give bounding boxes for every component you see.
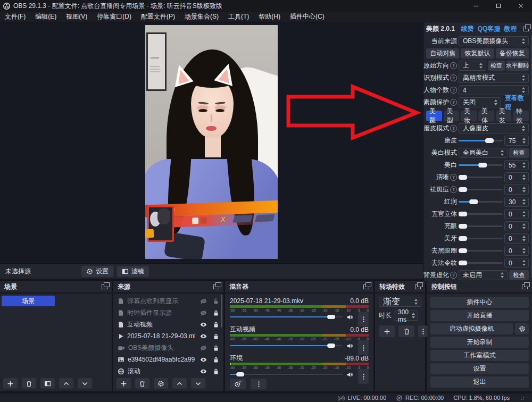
beauty-tab-1[interactable]: 美型 <box>444 111 460 121</box>
orientation-select[interactable]: 上 <box>459 61 486 71</box>
help-icon[interactable]: ? <box>450 74 457 81</box>
source-list-item[interactable]: 互动视频 <box>113 319 223 330</box>
transition-menu-button[interactable] <box>418 325 428 337</box>
add-source-button[interactable] <box>117 378 131 389</box>
resize-grip-icon[interactable] <box>519 395 525 400</box>
speaker-icon[interactable] <box>346 314 354 321</box>
volume-slider[interactable] <box>230 370 343 379</box>
control-button-1[interactable]: 开始直播 <box>430 310 529 321</box>
beauty-value-stepper[interactable]: 0 <box>504 258 529 268</box>
beauty-slider-8[interactable] <box>459 221 503 231</box>
move-scene-down-button[interactable] <box>78 378 92 389</box>
beauty-slider-9[interactable] <box>459 233 503 244</box>
slider-handle[interactable] <box>459 224 467 229</box>
sources-scrollbar[interactable] <box>221 295 222 328</box>
popout-icon[interactable] <box>102 284 107 289</box>
beauty-value-stepper[interactable]: 30 <box>504 197 529 207</box>
transition-duration-stepper[interactable]: 300 ms <box>394 311 418 321</box>
preview-canvas[interactable]: 0 X <box>0 22 423 263</box>
beauty-tab-5[interactable]: 特效 <box>513 111 529 121</box>
source-list-item[interactable]: OBS美颜摄像头 <box>113 342 223 354</box>
recognition-mode-select[interactable]: 高精度模式 <box>459 73 529 83</box>
control-button-4[interactable]: 工作室模式 <box>430 350 529 361</box>
beauty-slider-7[interactable] <box>459 209 503 219</box>
help-icon[interactable]: ? <box>450 272 457 279</box>
add-transition-button[interactable] <box>379 325 395 337</box>
slider-handle[interactable] <box>236 372 244 376</box>
beauty-slider-1[interactable] <box>459 136 503 146</box>
beauty-slider-3[interactable] <box>459 160 503 170</box>
control-button-3[interactable]: 开始录制 <box>430 337 529 348</box>
menu-item-2[interactable]: 视图(V) <box>61 12 92 21</box>
menu-item-6[interactable]: 工具(T) <box>223 12 254 21</box>
slider-handle[interactable] <box>459 261 467 265</box>
visibility-toggle[interactable] <box>198 321 208 328</box>
move-scene-up-button[interactable] <box>59 378 73 389</box>
beauty-value-stepper[interactable]: 0 <box>504 221 529 231</box>
beauty-slider-5[interactable] <box>459 185 503 195</box>
check-button[interactable]: 检查 <box>509 270 529 280</box>
lock-toggle[interactable] <box>211 345 221 351</box>
virtual-camera-button[interactable]: 启动虚拟摄像机 <box>430 323 513 334</box>
visibility-toggle[interactable] <box>198 368 208 375</box>
visibility-toggle[interactable] <box>198 333 208 340</box>
source-settings-button[interactable]: 设置 <box>81 266 113 277</box>
qq-support-link[interactable]: QQ客服 <box>478 24 501 34</box>
volume-slider[interactable] <box>230 341 343 350</box>
restore-default-button[interactable]: 恢复默认 <box>461 48 494 58</box>
channel-menu-button[interactable] <box>358 312 369 326</box>
remove-source-button[interactable] <box>135 378 149 389</box>
channel-menu-button[interactable] <box>358 340 369 355</box>
bareface-protect-select[interactable]: 关闭 <box>459 97 501 107</box>
beauty-value-stepper[interactable]: 0 <box>504 185 529 195</box>
beauty-tab-2[interactable]: 美妆 <box>461 111 477 121</box>
remove-scene-button[interactable] <box>22 378 36 389</box>
slider-handle[interactable] <box>469 199 478 204</box>
scene-filters-button[interactable] <box>40 378 55 389</box>
transition-type-select[interactable]: 渐变 <box>379 297 421 307</box>
help-icon[interactable]: ? <box>450 87 457 94</box>
source-list-item[interactable]: 滚动 <box>113 365 223 377</box>
visibility-toggle[interactable] <box>198 356 208 363</box>
help-icon[interactable]: ? <box>450 99 457 106</box>
orientation-check-button[interactable]: 检查 <box>488 61 505 71</box>
beauty-value-stepper[interactable]: 0 <box>504 172 529 182</box>
popout-icon[interactable] <box>415 284 421 289</box>
slider-handle[interactable] <box>459 248 467 253</box>
help-icon[interactable]: ? <box>450 186 457 193</box>
beauty-slider-6[interactable] <box>459 197 503 207</box>
maximize-button[interactable] <box>487 0 510 12</box>
source-list-item[interactable]: 2025-07-18 21-29-03.mkv <box>113 330 223 342</box>
beauty-value-stepper[interactable]: 75 <box>504 136 529 146</box>
lock-toggle[interactable] <box>211 368 221 375</box>
beauty-value-stepper[interactable]: 0 <box>504 246 529 256</box>
menu-item-7[interactable]: 帮助(H) <box>254 12 285 21</box>
menu-item-5[interactable]: 场景集合(S) <box>180 12 223 21</box>
popout-icon[interactable] <box>363 284 369 289</box>
source-properties-button[interactable] <box>154 378 168 389</box>
beauty-combo-12[interactable]: 未启用 <box>459 270 508 280</box>
beauty-slider-11[interactable] <box>459 258 503 268</box>
slider-handle[interactable] <box>459 175 467 180</box>
tutorial-link[interactable]: 教程 <box>504 24 517 34</box>
beauty-tab-0[interactable]: 美颜 <box>426 111 442 121</box>
slider-handle[interactable] <box>478 163 487 168</box>
slider-handle[interactable] <box>485 138 494 143</box>
move-source-down-button[interactable] <box>191 378 205 389</box>
lock-toggle[interactable] <box>211 309 221 316</box>
mixer-menu-button[interactable] <box>251 379 267 389</box>
menu-item-4[interactable]: 配置文件(P) <box>136 12 180 21</box>
scene-list-item[interactable]: 场景 <box>2 296 55 306</box>
source-list-item[interactable]: e394502df49aa5fc2a99cd2e7c <box>113 354 223 365</box>
close-button[interactable] <box>510 0 532 12</box>
control-button-0[interactable]: 插件中心 <box>430 297 529 308</box>
add-scene-button[interactable] <box>3 378 18 389</box>
lock-toggle[interactable] <box>211 321 221 328</box>
beauty-tab-3[interactable]: 美体 <box>478 111 494 121</box>
slider-handle[interactable] <box>459 187 467 192</box>
beauty-combo-0[interactable]: 人像磨皮 <box>459 123 529 133</box>
backup-restore-button[interactable]: 备份恢复 <box>496 48 529 58</box>
help-icon[interactable]: ? <box>450 174 457 181</box>
volume-slider[interactable] <box>230 313 343 321</box>
menu-item-0[interactable]: 文件(F) <box>0 12 30 21</box>
